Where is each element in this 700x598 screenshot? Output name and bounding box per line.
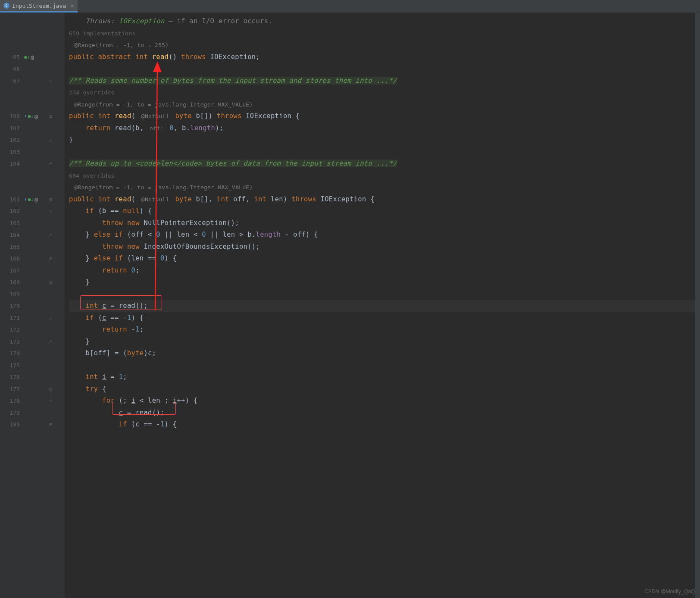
gutter-row[interactable]: 174 [4,348,65,360]
gutter-row[interactable] [4,87,65,99]
gutter-row[interactable]: 176 [4,371,65,383]
override-icon[interactable]: ⬆ [24,197,27,202]
line-number: 65 [4,54,22,60]
gutter-row[interactable] [4,182,65,194]
fold-icon[interactable]: ⊟ [47,208,54,214]
fold-icon[interactable]: ⊡ [47,279,54,285]
line-number: 161 [4,196,22,203]
javadoc-comment: /** Reads some number of bytes from the … [69,77,397,85]
line-number: 170 [4,303,22,309]
line-number: 168 [4,279,22,285]
overrides-hint[interactable]: 604 overrides [69,172,115,179]
line-number: 172 [4,326,22,333]
fold-icon[interactable]: ⊟ [47,422,54,427]
gutter-row[interactable]: 100⬆●↓@⊟ [4,110,65,122]
gutter-row[interactable]: 172 [4,324,65,336]
tab-filename: InputStream.java [12,3,66,9]
param-hint: off: [148,124,166,132]
gutter-row[interactable]: 66 [4,63,65,75]
line-number: 164 [4,232,22,238]
line-number: 169 [4,291,22,297]
gutter-row[interactable]: 104⊟ [4,158,65,170]
gutter-row[interactable] [4,28,65,40]
gutter-row[interactable]: 161⬆●↓@⊟ [4,194,65,206]
gutter-row[interactable]: 178⊟ [4,395,65,407]
line-number: 177 [4,386,22,392]
throws-label: Throws: [86,17,115,25]
fold-icon[interactable]: ⊡ [47,339,54,344]
gutter-row[interactable]: 102⊡ [4,134,65,146]
javadoc-comment: /** Reads up to <code>len</code> bytes o… [69,160,397,167]
fold-icon[interactable]: ⊟ [47,386,54,392]
gutter-row[interactable] [4,16,65,28]
line-number: 66 [4,66,22,72]
gutter-row[interactable]: 164⊡ [4,229,65,241]
gutter-row[interactable]: 168⊡ [4,276,65,288]
gutter-row[interactable] [4,39,65,51]
line-number: 180 [4,421,22,428]
gutter-row[interactable]: 170 [4,300,65,312]
fold-icon[interactable]: ⊡ [47,256,54,261]
gutter-row[interactable]: 165 [4,241,65,253]
line-number: 179 [4,410,22,416]
gutter-row[interactable]: 103 [4,146,65,158]
class-icon: C [3,3,9,9]
fold-icon[interactable]: ⊟ [47,78,54,84]
fold-icon[interactable]: ⊡ [47,137,54,143]
gutter-icons[interactable]: ⬆●↓@ [22,196,47,203]
gutter-row[interactable]: 166⊡ [4,253,65,265]
gutter-row[interactable]: 65●↓@ [4,51,65,63]
fold-icon[interactable]: ⊡ [47,232,54,238]
fold-icon[interactable]: ⊟ [47,161,54,166]
fold-icon[interactable]: ⊟ [47,315,54,321]
line-number: 178 [4,398,22,404]
gutter-row[interactable] [4,99,65,111]
throws-text: – if an I/O error occurs. [165,17,272,25]
line-number: 102 [4,137,22,143]
gutter-row[interactable]: 162⊟ [4,205,65,217]
line-number: 103 [4,149,22,155]
gutter-row[interactable]: 177⊟ [4,383,65,395]
notnull-annotation: @NotNull [140,112,171,120]
file-tab[interactable]: C InputStream.java × [0,0,78,13]
implements-icon[interactable]: ●↓ [28,113,34,119]
line-number: 174 [4,350,22,357]
gutter-row[interactable]: 173⊡ [4,336,65,348]
gutter-row[interactable]: 169 [4,288,65,301]
line-number: 67 [4,78,22,84]
left-margin [0,13,4,598]
range-annotation: @Range(from = -1, to = 255) [69,41,174,49]
scrollbar[interactable] [695,13,700,598]
line-number: 175 [4,362,22,369]
implementations-hint[interactable]: 659 implementations [69,30,135,37]
gutter[interactable]: 65●↓@6667⊟100⬆●↓@⊟101102⊡103104⊟161⬆●↓@⊟… [4,13,65,598]
ioexception-link[interactable]: IOException [119,17,165,25]
annotation-icon[interactable]: @ [31,54,34,60]
fold-icon[interactable]: ⊟ [47,398,54,404]
editor: 65●↓@6667⊟100⬆●↓@⊟101102⊡103104⊟161⬆●↓@⊟… [0,13,700,598]
gutter-row[interactable] [4,170,65,182]
override-icon[interactable]: ⬆ [24,113,27,119]
gutter-row[interactable]: 179 [4,407,65,419]
gutter-icons[interactable]: ⬆●↓@ [22,113,47,119]
implements-icon[interactable]: ●↓ [24,54,30,60]
gutter-row[interactable]: 67⊟ [4,75,65,87]
gutter-row[interactable]: 180⊟ [4,419,65,431]
gutter-row[interactable]: 167 [4,265,65,277]
gutter-row[interactable]: 171⊟ [4,312,65,324]
close-icon[interactable]: × [70,2,74,9]
overrides-hint[interactable]: 234 overrides [69,89,115,96]
gutter-row[interactable]: 163 [4,217,65,229]
line-number: 171 [4,315,22,321]
gutter-row[interactable]: 101 [4,122,65,135]
fold-icon[interactable]: ⊟ [47,113,54,119]
line-number: 162 [4,208,22,214]
annotation-icon[interactable]: @ [34,196,38,203]
gutter-row[interactable]: 175 [4,360,65,372]
annotation-icon[interactable]: @ [34,113,38,119]
fold-icon[interactable]: ⊟ [47,197,54,202]
notnull-annotation: @NotNull [140,195,171,204]
gutter-icons[interactable]: ●↓@ [22,54,47,60]
code-area[interactable]: Throws: IOException – if an I/O error oc… [65,13,700,598]
implements-icon[interactable]: ●↓ [28,197,34,202]
